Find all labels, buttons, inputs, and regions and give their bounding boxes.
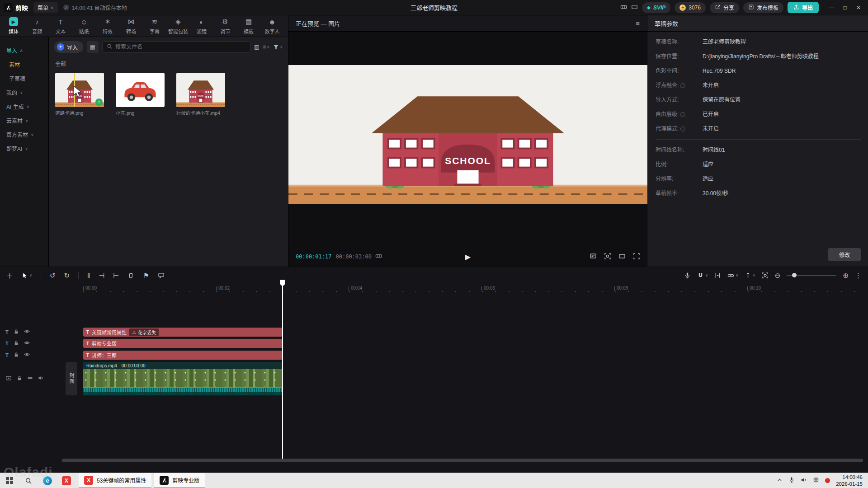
trim-right-button[interactable]: ⊢ [113,272,119,280]
delete-button[interactable] [127,272,134,279]
undo-button[interactable]: ↺ [50,272,56,280]
lock-icon[interactable] [17,375,22,382]
info-icon[interactable]: i [680,127,685,131]
text-clip-keyframe-properties[interactable]: T 关键帧常用属性 ⚠花字丢失 [83,328,283,337]
zoom-out-button[interactable]: ⊖ [775,272,781,280]
fullscreen-icon[interactable] [633,253,640,261]
record-voiceover-button[interactable] [684,272,691,279]
publish-template-button[interactable]: 发布模板 [743,2,783,13]
ribbon-tab-adjust[interactable]: ⚙调节 [213,17,237,35]
coin-balance[interactable]: + 3076 [675,2,706,13]
zoom-in-button[interactable]: ⊕ [843,272,849,280]
ribbon-tab-effects[interactable]: ✶特效 [96,17,119,35]
trim-left-button[interactable]: ⊣ [99,272,104,280]
marker-button[interactable]: ⚑ [143,272,149,280]
sidebar-item-import[interactable]: 导入∧ [0,43,48,57]
sidebar-item-official-material[interactable]: 官方素材∨ [0,127,48,141]
import-media-button[interactable]: + 导入 [54,41,83,53]
media-thumbnail[interactable]: + [55,73,104,107]
pinned-app-icon[interactable]: X [57,473,76,488]
lock-icon[interactable] [14,340,19,347]
canvas-ratio-icon[interactable] [618,253,626,261]
preview-menu-icon[interactable]: ≡ [636,19,640,27]
playhead-line[interactable] [282,280,283,459]
preview-canvas[interactable] [288,65,647,204]
add-track-button[interactable]: ＋ [6,271,13,280]
ribbon-tab-text[interactable]: T文本 [49,17,72,35]
info-icon[interactable]: i [680,83,685,88]
timeline-more-button[interactable]: ⋮ [855,272,862,280]
linkage-button[interactable]: ∨ [727,272,738,279]
ribbon-tab-filters[interactable]: ◐滤镜 [190,17,213,35]
text-clip-jianying-pro[interactable]: T 剪映专业版 [83,339,283,348]
sidebar-item-ai-generate[interactable]: AI 生成∨ [0,99,48,113]
menu-button[interactable]: 菜单 ∨ [33,2,58,13]
lock-icon[interactable] [14,329,19,336]
split-button[interactable]: ‖ [87,272,90,279]
tray-expand-icon[interactable] [777,477,783,484]
frame-view-icon[interactable] [375,253,382,261]
edge-browser-icon[interactable]: e [38,473,57,488]
ribbon-tab-digital-human[interactable]: ☻数字人 [260,17,284,35]
ribbon-tab-sticker[interactable]: ☺贴纸 [72,17,96,35]
speaker-icon[interactable] [38,375,44,382]
taskbar-clock[interactable]: 14:00:46 2026-01-15 [836,474,863,488]
ribbon-tab-transition[interactable]: ⋈转场 [119,17,143,35]
timeline-horizontal-scrollbar[interactable] [62,459,863,462]
start-button[interactable] [0,473,19,488]
add-to-timeline-button[interactable]: + [95,99,103,106]
eye-icon[interactable] [27,375,33,382]
video-clip-raindrops[interactable]: Raindrops.mp4 00:00:03:00 [83,362,283,395]
ribbon-tab-captions[interactable]: ≋字幕 [143,17,166,35]
tray-recording-icon[interactable] [825,478,830,483]
preview-axis-button[interactable]: ∨ [745,272,755,279]
play-button[interactable]: ▶ [465,253,471,261]
quality-icon[interactable] [590,253,597,261]
ribbon-tab-audio[interactable]: ♪音频 [25,17,49,35]
search-input[interactable] [115,44,246,50]
select-tool-button[interactable]: ∨ [22,272,32,279]
eye-icon[interactable] [24,328,30,336]
text-clip-teacher[interactable]: T 讲师：三郎 [83,351,283,360]
layout-panels-icon[interactable] [620,4,627,11]
cover-button[interactable]: 封面 [66,362,77,395]
close-button[interactable]: ✕ [853,2,864,13]
split-view-button[interactable]: ▥ [254,44,259,50]
share-button[interactable]: 分享 [710,2,739,13]
media-thumbnail[interactable] [116,73,165,107]
timeline-adapt-button[interactable] [762,272,769,279]
maximize-button[interactable]: □ [839,2,851,13]
export-button[interactable]: 导出 [788,2,819,13]
modify-button[interactable]: 修改 [828,248,861,261]
minimize-button[interactable]: — [826,2,837,13]
eye-icon[interactable] [24,352,30,359]
tray-mic-icon[interactable] [788,477,795,484]
lock-icon[interactable] [14,352,19,359]
eye-icon[interactable] [24,340,30,347]
info-icon[interactable]: i [680,112,685,117]
grid-view-button[interactable]: ▦ [87,41,99,53]
sidebar-item-mine[interactable]: 我的∨ [0,85,48,99]
taskbar-window-jianying[interactable]: 剪映专业版 [154,473,205,488]
ribbon-tab-templates[interactable]: ▦模板 [237,17,260,35]
sidebar-item-subdraft[interactable]: 子草稿 [0,71,48,85]
main-track-magnet-button[interactable]: ∨ [697,272,708,279]
sidebar-item-cloud-material[interactable]: 云素材∨ [0,113,48,127]
auto-snap-button[interactable] [714,272,721,279]
sidebar-item-jimeng-ai[interactable]: 即梦AI∨ [0,141,48,155]
taskbar-window-keyframe-doc[interactable]: X 53关键帧的常用属性 [79,473,151,488]
sort-button[interactable]: ≡∨ [263,44,269,50]
svip-badge[interactable]: ◆ SVIP [642,2,670,13]
redo-button[interactable]: ↻ [64,272,70,280]
media-thumbnail[interactable] [176,73,225,107]
filter-button[interactable]: ∨ [273,44,283,50]
compound-clip-button[interactable] [158,272,165,279]
timeline-ruler[interactable]: 00:00 00:02 00:04 00:06 00:08 00:10 [62,284,863,294]
layout-grid-icon[interactable] [631,4,638,11]
tray-network-icon[interactable] [813,477,819,484]
sidebar-item-material[interactable]: 素材 [0,57,48,71]
tray-volume-icon[interactable] [801,477,807,484]
zoom-slider-knob[interactable] [792,273,797,277]
media-item-road-cartoon[interactable]: + 道路卡通.png [55,73,104,116]
media-item-small-car[interactable]: 小车.png [116,73,165,116]
